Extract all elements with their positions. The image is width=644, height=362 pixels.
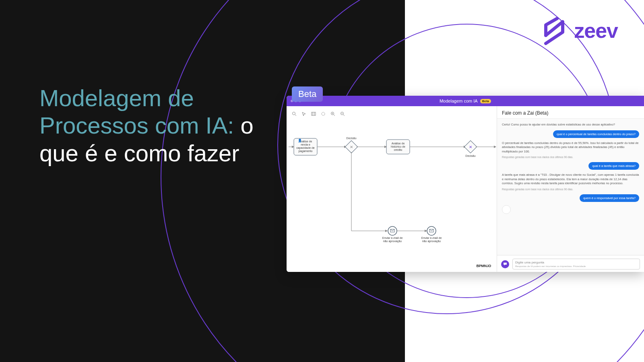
chat-loading-icon bbox=[502, 205, 511, 214]
chat-user-msg: quem é o responsável por essa tarefa? bbox=[580, 194, 639, 202]
svg-text:✕: ✕ bbox=[350, 145, 353, 149]
svg-text:renda e: renda e bbox=[301, 143, 310, 146]
zeev-logo-text: zeev bbox=[574, 19, 618, 43]
bpmn-diagram: Análise de renda e capacidade de pagamen… bbox=[287, 106, 497, 272]
chat-user-msg: qual é a tarefa que mais atrasa? bbox=[588, 162, 639, 170]
svg-text:não aprovação: não aprovação bbox=[383, 240, 402, 243]
chat-ai-msg: O percentual de tarefas concluídas dentr… bbox=[502, 141, 639, 159]
chat-ai-greeting: Certo! Como posso te ajudar em dúvidas s… bbox=[502, 123, 639, 127]
svg-text:crédito: crédito bbox=[394, 148, 402, 151]
chat-stream[interactable]: Certo! Como posso te ajudar em dúvidas s… bbox=[497, 119, 644, 255]
beta-badge: Beta bbox=[292, 86, 323, 102]
title-accent: Modelagem de Processos com IA: bbox=[39, 85, 234, 138]
app-header: Modelagem com IA Beta bbox=[287, 96, 644, 106]
chat-title: Fale com a Zai (Beta) bbox=[497, 106, 644, 119]
svg-text:não aprovação: não aprovação bbox=[422, 240, 441, 243]
svg-text:histórico de: histórico de bbox=[391, 145, 405, 148]
bpmn-io-logo: BPMN.iO bbox=[477, 264, 491, 268]
zeev-logo: zeev bbox=[540, 16, 618, 45]
app-title: Modelagem com IA bbox=[440, 99, 478, 103]
svg-text:Enviar e-mail de: Enviar e-mail de bbox=[421, 237, 442, 239]
svg-text:Decisão: Decisão bbox=[346, 137, 356, 140]
app-window: Modelagem com IA Beta bbox=[287, 96, 644, 272]
zeev-logo-icon bbox=[540, 16, 568, 45]
chat-user-msg: qual é o percentual de tarefas concluída… bbox=[553, 130, 639, 138]
chat-ai-msg: A tarefa que mais atrasa é a "T03 - Divu… bbox=[502, 173, 639, 191]
svg-text:Decisão: Decisão bbox=[465, 154, 475, 157]
chat-input-disclaimer: Respostas de IA podem ser incorretas ou … bbox=[515, 265, 637, 267]
chat-input[interactable]: Digite uma pergunta Respostas de IA pode… bbox=[512, 259, 640, 269]
chat-input-placeholder: Digite uma pergunta bbox=[515, 261, 544, 264]
svg-text:pagamento: pagamento bbox=[298, 150, 312, 153]
svg-text:Enviar e-mail de: Enviar e-mail de bbox=[382, 237, 403, 239]
svg-text:capacidade de: capacidade de bbox=[296, 146, 315, 150]
svg-text:✕: ✕ bbox=[469, 145, 472, 149]
chat-panel: Fale com a Zai (Beta) Certo! Como posso … bbox=[497, 106, 644, 272]
svg-text:Análise de: Análise de bbox=[392, 142, 405, 145]
chat-icon[interactable] bbox=[501, 260, 509, 268]
beta-pill: Beta bbox=[480, 99, 491, 103]
page-title: Modelagem de Processos com IA: o que é e… bbox=[39, 84, 265, 167]
bpmn-canvas[interactable]: Análise de renda e capacidade de pagamen… bbox=[287, 106, 497, 272]
user-task-icon: 👤 bbox=[298, 138, 302, 142]
chat-input-row: Digite uma pergunta Respostas de IA pode… bbox=[497, 255, 644, 272]
